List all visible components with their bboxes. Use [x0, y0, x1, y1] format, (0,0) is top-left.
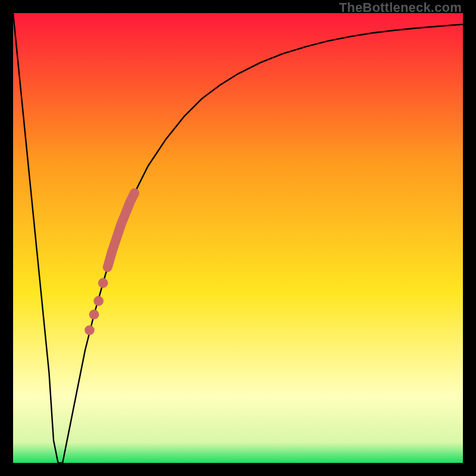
plot-area [13, 13, 463, 463]
marker-dot [84, 325, 95, 336]
marker-dot [93, 296, 104, 306]
chart-frame: TheBottleneck.com [0, 0, 476, 476]
gradient-background [13, 13, 463, 463]
marker-dot [98, 278, 108, 288]
marker-dot [89, 309, 99, 320]
bottleneck-chart [13, 13, 463, 463]
